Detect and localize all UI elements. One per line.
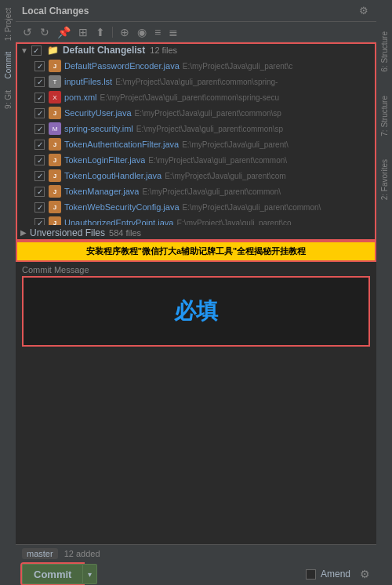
java-icon: J [49, 60, 61, 72]
file-checkbox[interactable]: ✓ [34, 124, 45, 134]
file-path: E:\myProject\Java\guli_parent\c [183, 62, 372, 71]
file-name: TokenManager.java [64, 187, 139, 196]
file-path: E:\myProject\Java\guli_parent\common\ [148, 156, 372, 165]
update-icon[interactable]: ⬆ [93, 25, 107, 39]
sidebar-tab-git[interactable]: 9: Git [2, 85, 14, 114]
changelist-name: Default Changelist [63, 45, 145, 56]
file-item[interactable]: ✓ J UnauthorizedEntryPoint.java E:\myPro… [16, 215, 376, 225]
commit-button-group: Commit ▾ [22, 564, 97, 584]
file-item[interactable]: ✓ M spring-security.iml E:\myProject\Jav… [16, 121, 376, 136]
footer-actions: Commit ▾ Amend ⚙ [16, 562, 376, 585]
file-path: E:\myProject\Java\guli_parent\ [182, 140, 372, 149]
file-checkbox[interactable]: ✓ [34, 108, 45, 118]
promo-banner: 安装程序教程"微信打大a辅助记牌工具"全程揭秘开挂教程 [16, 241, 376, 262]
sidebar-tab-structure-7[interactable]: 7: Structure [380, 96, 389, 136]
footer: master 12 added Commit ▾ Amend ⚙ [16, 544, 376, 585]
file-path: E:\myProject\Java\guli_parent\com [165, 172, 372, 180]
file-checkbox[interactable]: ✓ [34, 77, 45, 87]
unversioned-count: 584 files [109, 228, 141, 238]
sidebar-tab-project[interactable]: 1: Project [2, 3, 14, 45]
footer-gear-icon[interactable]: ⚙ [360, 568, 370, 580]
file-item[interactable]: ✓ J TokenManager.java E:\myProject\Java\… [16, 183, 376, 199]
sidebar-tab-structure-6[interactable]: 6: Structure [380, 31, 389, 72]
changelist-arrow: ▼ [20, 46, 28, 55]
amend-label: Amend [321, 569, 350, 580]
left-sidebar: 1: Project Commit 9: Git [0, 0, 16, 585]
added-badge: 12 added [64, 549, 100, 558]
file-path: E:\myProject\Java\guli_parent\common\ [183, 203, 372, 212]
file-item[interactable]: ✓ J TokenLogoutHandler.java E:\myProject… [16, 168, 376, 183]
java-icon: J [49, 201, 61, 213]
commit-message-required: 必填 [174, 296, 218, 326]
file-checkbox[interactable]: ✓ [34, 93, 45, 103]
file-checkbox[interactable]: ✓ [34, 140, 45, 150]
file-name: TokenWebSecurityConfig.java [64, 202, 180, 212]
file-item[interactable]: ✓ T inputFiles.lst E:\myProject\Java\gul… [16, 74, 376, 89]
file-item[interactable]: ✓ J DefaultPasswordEncoder.java E:\myPro… [16, 58, 376, 74]
commit-message-area[interactable]: 必填 [22, 276, 370, 347]
java-icon: J [49, 169, 61, 182]
file-name: pom.xml [64, 93, 97, 102]
changelist-count: 12 files [150, 45, 177, 55]
unversioned-name: Unversioned Files [30, 227, 105, 238]
refresh-icon[interactable]: ↺ [20, 25, 34, 39]
amend-group: Amend ⚙ [306, 568, 370, 580]
panel-title: Local Changes [22, 5, 89, 16]
xml-icon: X [49, 91, 61, 104]
commit-button[interactable]: Commit [22, 564, 83, 584]
file-name: SecurityUser.java [64, 108, 132, 118]
file-path: E:\myProject\Java\guli_parent\common\sp [135, 109, 372, 118]
group-icon[interactable]: ⊕ [118, 25, 132, 39]
unversioned-arrow: ▶ [20, 228, 27, 237]
file-checkbox[interactable]: ✓ [34, 61, 45, 71]
file-path: E:\myProject\Java\guli_parent\common\ [142, 187, 372, 196]
diff-icon[interactable]: ⊞ [76, 25, 90, 39]
filter-icon[interactable]: ◉ [135, 25, 149, 39]
file-list-section: ▼ ✓ 📁 Default Changelist 12 files ✓ J De… [16, 42, 376, 241]
file-item[interactable]: ✓ J SecurityUser.java E:\myProject\Java\… [16, 105, 376, 121]
file-path: E:\myProject\Java\guli_parent\common\sp [136, 125, 372, 133]
footer-info: master 12 added [16, 545, 376, 562]
java-icon: J [49, 138, 61, 151]
pin-icon[interactable]: 📌 [55, 25, 73, 39]
file-checkbox[interactable]: ✓ [34, 202, 45, 213]
java-icon: J [49, 216, 61, 225]
file-item[interactable]: ✓ J TokenWebSecurityConfig.java E:\myPro… [16, 199, 376, 215]
sidebar-tab-commit[interactable]: Commit [2, 47, 14, 83]
file-checkbox[interactable]: ✓ [34, 155, 45, 165]
file-name: TokenLogoutHandler.java [64, 171, 162, 180]
commit-message-label: Commit Message [16, 262, 376, 276]
file-item[interactable]: ✓ X pom.xml E:\myProject\Java\guli_paren… [16, 89, 376, 105]
main-content: Local Changes ⚙ ↺ ↻ 📌 ⊞ ⬆ ⊕ ◉ ≡ ≣ ▼ ✓ 📁 … [16, 0, 376, 585]
changelist-header[interactable]: ▼ ✓ 📁 Default Changelist 12 files [16, 42, 376, 58]
toolbar-separator [112, 27, 113, 38]
iml-icon: M [49, 122, 61, 135]
file-item[interactable]: ✓ J TokenLoginFilter.java E:\myProject\J… [16, 152, 376, 168]
file-checkbox[interactable]: ✓ [34, 171, 45, 181]
java-icon: J [49, 154, 61, 166]
settings-icon[interactable]: ⚙ [358, 4, 370, 17]
file-item[interactable]: ✓ J TokenAuthenticationFilter.java E:\my… [16, 136, 376, 152]
right-sidebar: 6: Structure 7: Structure 2: Favorites [376, 0, 392, 585]
file-checkbox[interactable]: ✓ [34, 187, 45, 197]
undo-icon[interactable]: ↻ [38, 25, 52, 39]
file-checkbox[interactable]: ✓ [34, 218, 45, 225]
more-icon[interactable]: ≣ [166, 25, 180, 39]
java-icon: J [49, 107, 61, 119]
commit-dropdown-arrow[interactable]: ▾ [83, 564, 97, 584]
sidebar-tab-favorites[interactable]: 2: Favorites [380, 159, 389, 200]
file-path: E:\myProject\Java\guli_parent\co [176, 219, 372, 225]
file-name: spring-security.iml [64, 124, 133, 133]
changelist-checkbox[interactable]: ✓ [31, 45, 42, 56]
file-path: E:\myProject\Java\guli_parent\common\spr… [100, 93, 372, 102]
panel-header: Local Changes ⚙ [16, 0, 376, 22]
amend-checkbox[interactable] [306, 569, 316, 580]
file-path: E:\myProject\Java\guli_parent\common\spr… [115, 78, 372, 86]
file-name: DefaultPasswordEncoder.java [64, 61, 180, 71]
file-name: TokenAuthenticationFilter.java [64, 140, 179, 149]
header-icons: ⚙ [358, 4, 370, 17]
commit-message-section: Commit Message 必填 [16, 262, 376, 347]
branch-badge: master [22, 548, 58, 559]
unversioned-header[interactable]: ▶ Unversioned Files 584 files [16, 225, 376, 241]
sort-icon[interactable]: ≡ [152, 25, 163, 39]
